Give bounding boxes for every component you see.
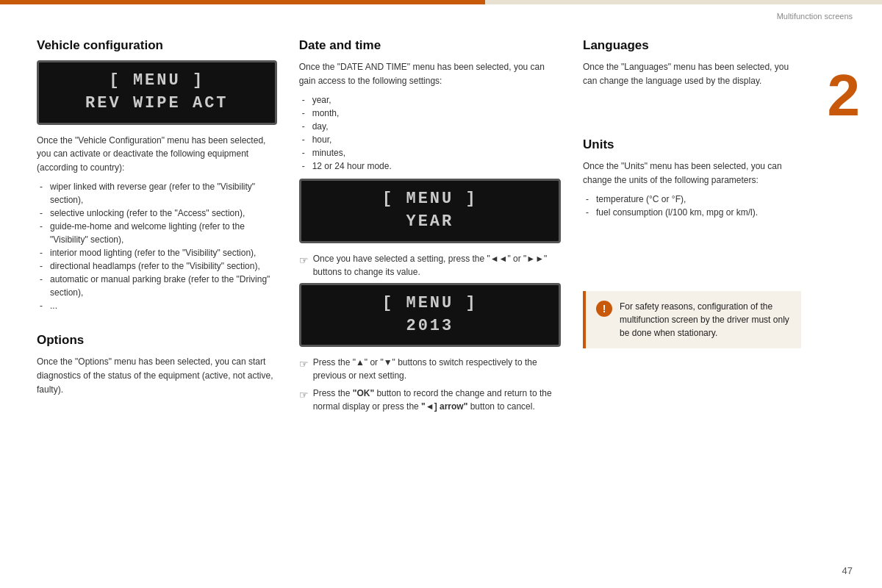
- units-list: temperature (°C or °F), fuel consumption…: [583, 193, 801, 219]
- right-column: Languages Once the "Languages" menu has …: [583, 38, 845, 417]
- list-item: fuel consumption (l/100 km, mpg or km/l)…: [583, 206, 801, 219]
- warning-icon: !: [596, 301, 612, 317]
- date-time-section: Date and time Once the "DATE AND TIME" m…: [299, 38, 561, 413]
- list-item: ...: [37, 299, 277, 312]
- list-item: interior mood lighting (refer to the "Vi…: [37, 246, 277, 259]
- note-3: ☞ Press the "OK" button to record the ch…: [299, 387, 561, 413]
- note-2: ☞ Press the "▲" or "▼" buttons to switch…: [299, 356, 561, 382]
- list-item: temperature (°C or °F),: [583, 193, 801, 206]
- arrow-bold: "◄] arrow": [421, 401, 467, 412]
- note-1: ☞ Once you have selected a setting, pres…: [299, 252, 561, 279]
- note-2-text: Press the "▲" or "▼" buttons to switch r…: [313, 356, 561, 382]
- list-item: wiper linked with reverse gear (refer to…: [37, 180, 277, 207]
- ok-bold: "OK": [353, 388, 374, 398]
- list-item: selective unlocking (refer to the "Acces…: [37, 207, 277, 220]
- options-title: Options: [37, 333, 277, 348]
- languages-body: Once the "Languages" menu has been selec…: [583, 60, 801, 87]
- warning-box: ! For safety reasons, configuration of t…: [583, 291, 801, 348]
- vehicle-config-body: Once the "Vehicle Configuration" menu ha…: [37, 134, 277, 175]
- warning-text: For safety reasons, configuration of the…: [620, 300, 791, 340]
- lcd2-line1: [ MENU ]: [313, 188, 547, 211]
- lcd-screen-2: [ MENU ] YEAR: [299, 179, 561, 243]
- date-time-title: Date and time: [299, 38, 561, 53]
- lcd2-line2: YEAR: [313, 211, 547, 234]
- main-content: Vehicle configuration [ MENU ] REV WIPE …: [0, 24, 882, 432]
- finger-icon-1: ☞: [299, 253, 309, 268]
- vehicle-config-title: Vehicle configuration: [37, 38, 277, 53]
- lcd-screen-3: [ MENU ] 2013: [299, 283, 561, 348]
- chapter-number: 2: [828, 66, 861, 125]
- date-time-body: Once the "DATE AND TIME" menu has been s…: [299, 60, 561, 87]
- lcd3-line1: [ MENU ]: [313, 293, 547, 315]
- list-item: automatic or manual parking brake (refer…: [37, 273, 277, 299]
- options-section: Options Once the "Options" menu has been…: [37, 333, 277, 396]
- vehicle-config-list: wiper linked with reverse gear (refer to…: [37, 180, 277, 312]
- page-number: 47: [842, 565, 853, 576]
- note-3-text: Press the "OK" button to record the chan…: [313, 387, 561, 413]
- header-title: Multifunction screens: [777, 12, 853, 21]
- units-section: Units Once the "Units" menu has been sel…: [583, 137, 801, 219]
- list-item: hour,: [299, 133, 561, 146]
- middle-column: Date and time Once the "DATE AND TIME" m…: [299, 38, 561, 417]
- list-item: directional headlamps (refer to the "Vis…: [37, 259, 277, 273]
- list-item: 12 or 24 hour mode.: [299, 159, 561, 173]
- languages-title: Languages: [583, 38, 801, 53]
- date-time-settings-list: year, month, day, hour, minutes, 12 or 2…: [299, 93, 561, 173]
- lcd1-line1: [ MENU ]: [51, 70, 263, 93]
- left-column: Vehicle configuration [ MENU ] REV WIPE …: [37, 38, 277, 417]
- list-item: day,: [299, 120, 561, 133]
- page-header: Multifunction screens: [0, 4, 882, 24]
- list-item: month,: [299, 107, 561, 120]
- units-body: Once the "Units" menu has been selected,…: [583, 159, 801, 187]
- list-item: guide-me-home and welcome lighting (refe…: [37, 220, 277, 246]
- vehicle-config-section: Vehicle configuration [ MENU ] REV WIPE …: [37, 38, 277, 312]
- list-item: year,: [299, 93, 561, 107]
- languages-section: Languages Once the "Languages" menu has …: [583, 38, 801, 87]
- units-title: Units: [583, 137, 801, 152]
- finger-icon-3: ☞: [299, 387, 309, 403]
- list-item: minutes,: [299, 146, 561, 159]
- options-body: Once the "Options" menu has been selecte…: [37, 355, 277, 396]
- lcd3-line2: 2013: [313, 315, 547, 338]
- lcd1-line2: REV WIPE ACT: [51, 93, 263, 115]
- finger-icon-2: ☞: [299, 356, 309, 372]
- lcd-screen-1: [ MENU ] REV WIPE ACT: [37, 60, 277, 125]
- note-1-text: Once you have selected a setting, press …: [313, 252, 561, 279]
